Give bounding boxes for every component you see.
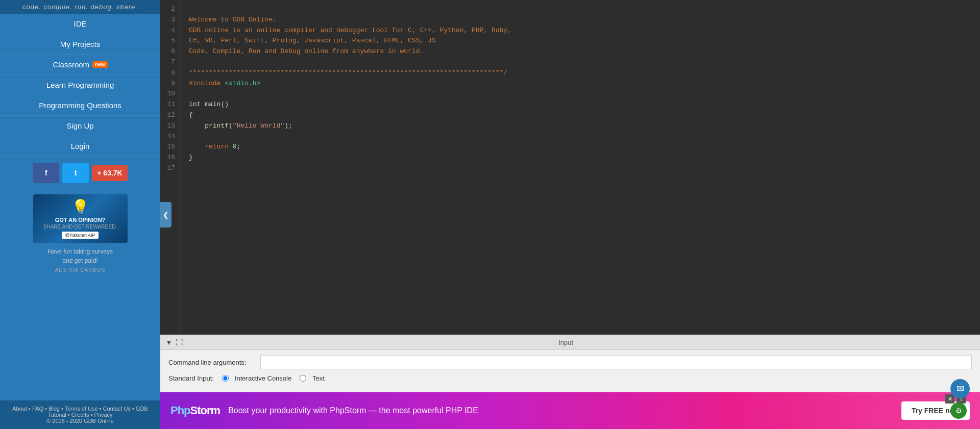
input-panel-title: input	[559, 339, 573, 346]
phpstorm-logo: PhpStorm	[170, 404, 220, 417]
settings-button[interactable]: ⚙	[950, 402, 967, 419]
input-panel-header: ▼ ⛶ input	[160, 335, 980, 350]
expand-panel-button[interactable]: ⛶	[176, 338, 183, 346]
bulb-icon: 💡	[71, 198, 89, 215]
sidebar-item-classroom[interactable]: Classroom new	[0, 55, 160, 75]
rakuten-badge: @Rakuten AIP	[62, 232, 98, 239]
code-content[interactable]: Welcome to GDB Online. GDB online is an …	[181, 0, 980, 335]
ad-subtitle: SHARE AND GET REWARDED.	[43, 224, 117, 230]
command-line-input[interactable]	[260, 355, 972, 369]
standard-input-row: Standard Input: Interactive Console Text	[168, 374, 972, 382]
radio-interactive-label: Interactive Console	[235, 374, 291, 382]
ads-via-carbon: ADS VIA CARBON	[5, 267, 155, 273]
sidebar-footer: About • FAQ • Blog • Terms of Use • Cont…	[0, 400, 160, 429]
ad-banner-left: PhpStorm Boost your productivity with Ph…	[170, 404, 478, 417]
chevron-left-icon: ❮	[163, 211, 169, 219]
sidebar-item-ide[interactable]: IDE	[0, 14, 160, 34]
footer-links: About • FAQ • Blog • Terms of Use • Cont…	[5, 406, 155, 412]
standard-input-label: Standard Input:	[168, 374, 214, 382]
facebook-button[interactable]: f	[33, 163, 59, 183]
radio-interactive[interactable]	[222, 375, 229, 382]
collapse-panel-button[interactable]: ▼	[165, 338, 173, 346]
sidebar-collapse-button[interactable]: ❮	[160, 202, 172, 228]
social-bar: f t + 63.7K	[0, 157, 160, 189]
gear-icon: ⚙	[955, 407, 962, 415]
ad-banner: PhpStorm Boost your productivity with Ph…	[160, 392, 980, 429]
sidebar-item-programming-questions[interactable]: Programming Questions	[0, 95, 160, 116]
sidebar-item-my-projects[interactable]: My Projects	[0, 34, 160, 55]
command-line-label: Command line arguments:	[168, 359, 260, 366]
sidebar-item-learn-programming[interactable]: Learn Programming	[0, 75, 160, 95]
input-panel-body: Command line arguments: Standard Input: …	[160, 350, 980, 392]
ad-text: Have fun taking surveys and get paid!	[5, 247, 155, 265]
ad-image[interactable]: 💡 GOT AN OPINION? SHARE AND GET REWARDED…	[33, 194, 128, 243]
plus-button[interactable]: + 63.7K	[92, 165, 127, 181]
radio-text-label: Text	[312, 374, 325, 382]
main-content: 234567891011121314151617 Welcome to GDB …	[160, 0, 980, 429]
command-line-row: Command line arguments:	[168, 355, 972, 369]
panel-controls: ▼ ⛶	[165, 338, 183, 346]
bottom-right-icons: ✉ ⚙	[950, 379, 970, 419]
sidebar-navigation: IDE My Projects Classroom new Learn Prog…	[0, 14, 160, 157]
sidebar-item-login[interactable]: Login	[0, 136, 160, 157]
tagline: code. compile. run. debug. share.	[0, 0, 160, 14]
mail-button[interactable]: ✉	[950, 379, 970, 398]
sidebar-item-sign-up[interactable]: Sign Up	[0, 116, 160, 136]
ad-banner-text: Boost your productivity with PhpStorm — …	[228, 406, 478, 415]
footer-links2: Tutorial • Credits • Privacy	[5, 412, 155, 418]
footer-copyright: © 2016 - 2020 GDB Online	[5, 418, 155, 424]
mail-icon: ✉	[957, 383, 964, 394]
ad-title: GOT AN OPINION?	[55, 216, 106, 223]
input-panel: ▼ ⛶ input Command line arguments: Standa…	[160, 335, 980, 429]
code-editor[interactable]: 234567891011121314151617 Welcome to GDB …	[160, 0, 980, 335]
sidebar-ad: 💡 GOT AN OPINION? SHARE AND GET REWARDED…	[0, 189, 160, 278]
classroom-badge: new	[92, 61, 107, 68]
twitter-button[interactable]: t	[62, 163, 89, 183]
sidebar: code. compile. run. debug. share. IDE My…	[0, 0, 160, 429]
radio-text[interactable]	[300, 375, 306, 382]
line-numbers: 234567891011121314151617	[160, 0, 181, 335]
